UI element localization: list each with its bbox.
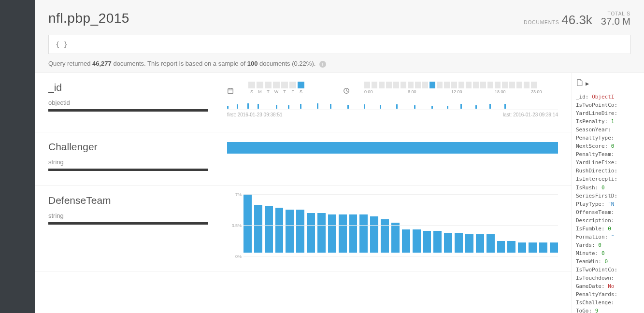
field-type: string [48,158,208,166]
chart-bar[interactable] [507,241,515,253]
doc-field-line: OffenseTeam: [576,208,640,216]
info-icon[interactable]: i [319,61,326,68]
doc-field-line: Yards: 0 [576,241,640,249]
query-text: { } [56,41,68,48]
doc-field-line: IsFumble: 0 [576,225,640,233]
main-area: nfl.pbp_2015 Documents 46.3k total s 37.… [35,0,644,313]
doc-field-line: _id: ObjectI [576,93,640,101]
doc-field-line: Description: [576,216,640,225]
chart-bar[interactable] [381,219,389,253]
doc-field-line: IsTwoPointCo: [576,101,640,109]
chart-bar[interactable] [529,242,537,253]
doc-field-line: IsIntercepti: [576,175,640,183]
doc-field-line: TeamWin: 0 [576,257,640,266]
documents-label: Documents [524,20,559,25]
value-distribution-bar[interactable] [227,142,558,154]
total-size-value: 37.0 M [601,16,630,26]
doc-field-line: YardLineFixe: [576,158,640,167]
chart-bar[interactable] [413,229,421,253]
chart-bar[interactable] [476,234,484,253]
chart-bar[interactable] [317,213,326,253]
field-type: objectid [48,99,208,106]
chart-bar[interactable] [275,208,284,253]
svg-line-6 [346,91,348,91]
chart-bar[interactable] [423,231,431,253]
timeline-last: last: 2016-01-23 09:39:14 [503,112,558,117]
type-distribution-bar [48,109,208,112]
result-summary: Query returned 46,277 documents. This re… [35,54,644,73]
query-input[interactable]: { } [48,35,630,54]
hour-chart[interactable] [364,82,558,88]
chart-bar[interactable] [444,233,452,253]
left-nav-rail[interactable] [0,0,35,313]
chart-bar[interactable] [254,205,262,253]
chart-bar[interactable] [307,213,315,253]
clock-icon [343,87,350,94]
chart-bar[interactable] [497,241,505,253]
svg-rect-0 [228,89,233,94]
doc-field-line: IsTouchdown: [576,274,640,282]
chart-bar[interactable] [339,214,347,253]
field-DefenseTeam: DefenseTeam string 0%3.5%7% [35,186,572,271]
doc-field-line: ToGo: 9 [576,307,640,313]
type-distribution-bar [48,222,208,225]
chart-bar[interactable] [433,231,442,253]
chart-bar[interactable] [286,210,294,253]
doc-field-line: IsRush: 0 [576,184,640,192]
timeline-ticks[interactable] [227,101,558,109]
doc-field-line: Formation: " [576,233,640,241]
chart-bar[interactable] [391,223,400,253]
field-type: string [48,212,208,219]
field-name: DefenseTeam [48,195,208,206]
chart-bar[interactable] [518,242,526,253]
doc-field-line: Minute: 0 [576,249,640,257]
chart-bar[interactable] [402,229,410,253]
chart-bar[interactable] [359,214,368,253]
doc-field-line: SeasonYear: [576,126,640,134]
doc-field-line: RushDirectio: [576,167,640,175]
calendar-icon [227,87,234,94]
schema-pane[interactable]: _id objectid SMTWTFS 0:006:0012:0 [35,73,572,313]
documents-value: 46.3k [561,13,592,27]
defenseteam-bar-chart[interactable]: 0%3.5%7% [227,195,558,256]
doc-field-line: IsTwoPointCo: [576,266,640,274]
chart-bar[interactable] [243,195,252,253]
chart-bar[interactable] [455,233,463,253]
chart-bar[interactable] [370,216,378,253]
collection-title: nfl.pbp_2015 [48,11,129,26]
doc-field-line: PenaltyType: [576,134,640,142]
field-name: _id [48,82,208,93]
chart-bar[interactable] [465,234,473,253]
timeline-first: first: 2016-01-23 09:38:51 [227,112,283,117]
chart-bar[interactable] [328,214,336,253]
type-distribution-bar [48,169,208,171]
doc-field-line: PenaltyTeam: [576,150,640,158]
field-_id: _id objectid SMTWTFS 0:006:0012:0 [35,73,572,132]
day-of-week-chart[interactable]: SMTWTFS [248,82,304,94]
header-stats: Documents 46.3k total s 37.0 M [524,11,630,26]
chart-bar[interactable] [550,242,558,253]
doc-field-line: IsChallenge: [576,299,640,307]
doc-field-line: SeriesFirstD: [576,192,640,200]
field-name: Challenger [48,141,208,153]
chart-bar[interactable] [265,206,273,253]
doc-field-line: IsPenalty: 1 [576,117,640,126]
header: nfl.pbp_2015 Documents 46.3k total s 37.… [35,0,644,35]
doc-field-line: PlayType: "N [576,200,640,208]
chart-bar[interactable] [349,214,358,253]
document-preview-pane[interactable]: ▶ _id: ObjectIIsTwoPointCo: YardLineDire… [572,73,644,313]
doc-field-line: GameDate: No [576,282,640,290]
document-icon[interactable] [576,79,584,88]
doc-field-line: NextScore: 0 [576,142,640,150]
doc-field-line: PenaltyYards: [576,290,640,299]
chart-bar[interactable] [487,234,495,253]
chart-bar[interactable] [539,242,547,253]
field-Challenger: Challenger string [35,132,572,186]
chevron-right-icon[interactable]: ▶ [586,80,589,87]
chart-bar[interactable] [296,210,304,253]
doc-field-line: YardLineDire: [576,109,640,117]
